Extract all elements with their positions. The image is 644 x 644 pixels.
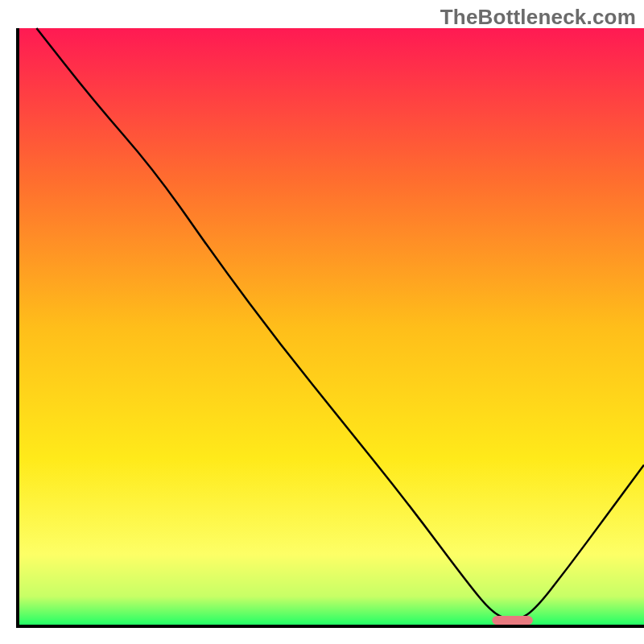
minimum-marker (492, 616, 533, 625)
chart-container: TheBottleneck.com (0, 0, 644, 644)
plot-background (18, 28, 644, 626)
chart-svg (0, 0, 644, 644)
plot-area (18, 28, 644, 626)
